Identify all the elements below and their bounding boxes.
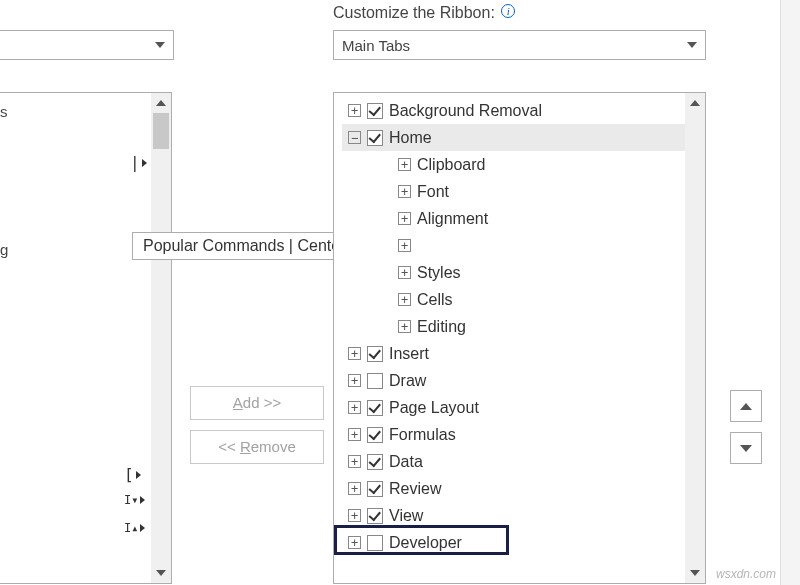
expand-icon[interactable]: + [348, 374, 361, 387]
checkbox[interactable] [367, 481, 383, 497]
tree-item-label: Clipboard [417, 156, 485, 174]
checkbox[interactable] [367, 346, 383, 362]
remove-label: << [218, 438, 240, 455]
tree-item-label: Editing [417, 318, 466, 336]
expand-icon[interactable]: + [398, 266, 411, 279]
tree-item-clipboard[interactable]: +Clipboard [342, 151, 705, 178]
tree-item-label: Formulas [389, 426, 456, 444]
collapse-icon[interactable]: − [348, 131, 361, 144]
add-label: dd >> [243, 394, 281, 411]
expand-icon[interactable]: + [398, 158, 411, 171]
ribbon-scope-dropdown[interactable]: Main Tabs [333, 30, 706, 60]
tree-item-formulas[interactable]: +Formulas [342, 421, 705, 448]
watermark: wsxdn.com [716, 567, 776, 581]
tree-item-label: Home [389, 129, 432, 147]
scrollbar-track[interactable] [685, 93, 705, 583]
tree-item-label: Developer [389, 534, 462, 552]
checkbox[interactable] [367, 103, 383, 119]
tree-item-label: Cells [417, 291, 453, 309]
tree-item-label: View [389, 507, 423, 525]
tree-item-insert[interactable]: +Insert [342, 340, 705, 367]
tree-item-editing[interactable]: +Editing [342, 313, 705, 340]
tree-root: +Background Removal−Home+Clipboard+Font+… [334, 93, 705, 556]
scroll-up-icon[interactable] [151, 93, 171, 113]
tree-item-alignment[interactable]: +Alignment [342, 205, 705, 232]
expand-icon[interactable]: + [348, 428, 361, 441]
tree-item-label: Draw [389, 372, 426, 390]
checkbox[interactable] [367, 535, 383, 551]
expand-icon[interactable]: + [348, 482, 361, 495]
customize-ribbon-label-text: Customize the Ribbon: [333, 4, 495, 21]
tree-item-label: Page Layout [389, 399, 479, 417]
checkbox[interactable] [367, 130, 383, 146]
list-item-label: s [0, 103, 8, 120]
ribbon-tree[interactable]: +Background Removal−Home+Clipboard+Font+… [333, 92, 706, 584]
checkbox[interactable] [367, 508, 383, 524]
command-glyph: [ [124, 465, 141, 484]
expand-icon[interactable]: + [398, 320, 411, 333]
checkbox[interactable] [367, 373, 383, 389]
command-glyph: I▴ [124, 521, 145, 535]
tree-item-styles[interactable]: +Styles [342, 259, 705, 286]
tree-item-view[interactable]: +View [342, 502, 705, 529]
scroll-up-icon[interactable] [685, 93, 705, 113]
tree-item-label: Background Removal [389, 102, 542, 120]
tree-item-label: Alignment [417, 210, 488, 228]
expand-icon[interactable]: + [398, 185, 411, 198]
expand-icon[interactable]: + [348, 401, 361, 414]
move-up-button[interactable] [730, 390, 762, 422]
expand-icon[interactable]: + [348, 536, 361, 549]
command-glyph: I▾ [124, 493, 145, 507]
expand-icon[interactable]: + [398, 293, 411, 306]
choose-commands-dropdown[interactable] [0, 30, 174, 60]
expand-icon[interactable]: + [348, 104, 361, 117]
expand-icon[interactable]: + [348, 509, 361, 522]
list-item[interactable]: g [0, 237, 149, 261]
expand-icon[interactable]: + [348, 347, 361, 360]
scrollbar-track[interactable] [151, 93, 171, 583]
tree-item-label: Styles [417, 264, 461, 282]
expand-icon[interactable]: + [398, 212, 411, 225]
scrollbar-thumb[interactable] [153, 113, 169, 149]
scroll-down-icon[interactable] [151, 563, 171, 583]
scroll-down-icon[interactable] [685, 563, 705, 583]
tree-item-cells[interactable]: +Cells [342, 286, 705, 313]
move-down-button[interactable] [730, 432, 762, 464]
list-item-label: g [0, 241, 8, 258]
chevron-down-icon [687, 42, 697, 48]
chevron-down-icon [155, 42, 165, 48]
tree-item-draw[interactable]: +Draw [342, 367, 705, 394]
list-item[interactable]: s [0, 99, 149, 123]
tree-item-font[interactable]: +Font [342, 178, 705, 205]
remove-button[interactable]: << Remove [190, 430, 324, 464]
commands-listbox[interactable]: s g | [ I▾ I▴ [0, 92, 172, 584]
expand-icon[interactable]: + [348, 455, 361, 468]
customize-ribbon-label: Customize the Ribbon: i [333, 4, 515, 22]
tree-item-page-layout[interactable]: +Page Layout [342, 394, 705, 421]
page-scrollbar[interactable] [780, 0, 800, 585]
checkbox[interactable] [367, 400, 383, 416]
ribbon-scope-value: Main Tabs [342, 37, 687, 54]
tree-item-label: Data [389, 453, 423, 471]
command-glyph: | [130, 153, 147, 172]
info-icon[interactable]: i [501, 4, 515, 18]
tree-item-label: Review [389, 480, 441, 498]
tree-item-review[interactable]: +Review [342, 475, 705, 502]
expand-icon[interactable]: + [398, 239, 411, 252]
checkbox[interactable] [367, 454, 383, 470]
tree-item-background-removal[interactable]: +Background Removal [342, 97, 705, 124]
checkbox[interactable] [367, 427, 383, 443]
tree-item-label: Font [417, 183, 449, 201]
tree-item-data[interactable]: +Data [342, 448, 705, 475]
tree-item-label: Insert [389, 345, 429, 363]
tree-item-home[interactable]: −Home [342, 124, 705, 151]
tree-item-developer[interactable]: +Developer [342, 529, 705, 556]
tree-item-r[interactable]: +r [342, 232, 705, 259]
add-button[interactable]: Add >> [190, 386, 324, 420]
